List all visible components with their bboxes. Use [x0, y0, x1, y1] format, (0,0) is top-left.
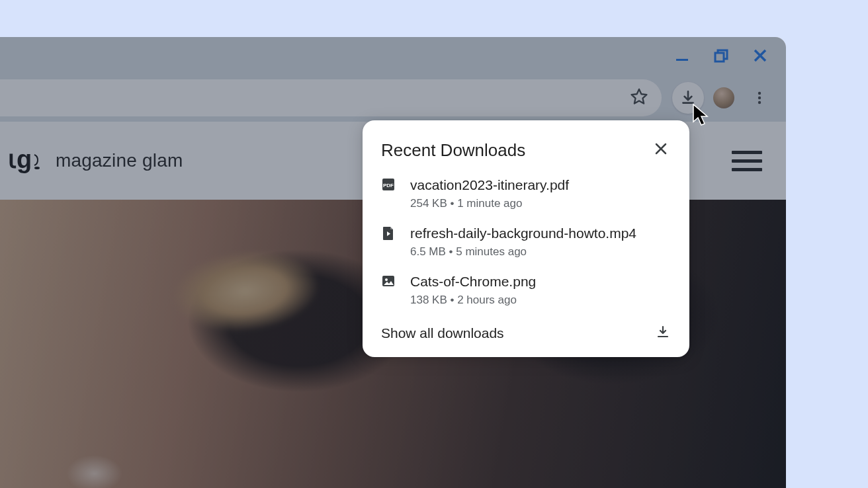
restore-button[interactable]: [713, 48, 729, 63]
svg-text:ɩg: ɩg: [8, 145, 32, 173]
download-meta: 254 KB • 1 minute ago: [410, 195, 569, 212]
close-icon[interactable]: [651, 139, 671, 161]
svg-rect-0: [676, 59, 688, 61]
pdf-file-icon: PDF: [381, 178, 396, 191]
video-file-icon: [381, 226, 396, 241]
svg-point-6: [34, 167, 40, 169]
show-all-downloads-link[interactable]: Show all downloads: [381, 325, 504, 341]
window-controls: [0, 37, 786, 74]
download-meta: 138 KB • 2 hours ago: [410, 292, 536, 309]
svg-point-4: [758, 101, 761, 104]
svg-point-10: [385, 278, 388, 281]
download-item[interactable]: PDF vacation2023-itinerary.pdf 254 KB • …: [381, 176, 671, 212]
omnibox[interactable]: [0, 79, 662, 116]
popup-title: Recent Downloads: [381, 140, 525, 161]
avatar: [713, 87, 734, 108]
svg-point-2: [758, 92, 761, 95]
site-name: magazine glam: [56, 150, 183, 171]
downloads-button[interactable]: [672, 82, 704, 114]
site-logo[interactable]: ɩg magazine glam: [8, 143, 183, 179]
download-item[interactable]: refresh-daily-background-howto.mp4 6.5 M…: [381, 224, 671, 261]
download-item[interactable]: Cats-of-Chrome.png 138 KB • 2 hours ago: [381, 272, 671, 309]
close-window-button[interactable]: [753, 48, 767, 63]
svg-point-3: [758, 97, 761, 99]
svg-rect-1: [715, 53, 724, 61]
image-file-icon: [381, 274, 396, 288]
download-list: PDF vacation2023-itinerary.pdf 254 KB • …: [381, 176, 671, 308]
download-meta: 6.5 MB • 5 minutes ago: [410, 243, 636, 261]
recent-downloads-popup: Recent Downloads PDF vacation2023-itiner…: [363, 120, 689, 357]
download-filename: vacation2023-itinerary.pdf: [410, 176, 569, 194]
download-filename: refresh-daily-background-howto.mp4: [410, 224, 636, 242]
kebab-menu-button[interactable]: [744, 82, 775, 114]
browser-toolbar: [0, 74, 786, 122]
download-icon[interactable]: [655, 324, 671, 343]
svg-text:PDF: PDF: [383, 183, 394, 188]
bookmark-star-icon[interactable]: [630, 87, 648, 108]
minimize-button[interactable]: [675, 48, 689, 63]
download-filename: Cats-of-Chrome.png: [410, 272, 536, 290]
hamburger-menu-button[interactable]: [732, 151, 762, 171]
logo-mark-icon: ɩg: [8, 143, 44, 179]
profile-avatar-button[interactable]: [708, 82, 740, 114]
